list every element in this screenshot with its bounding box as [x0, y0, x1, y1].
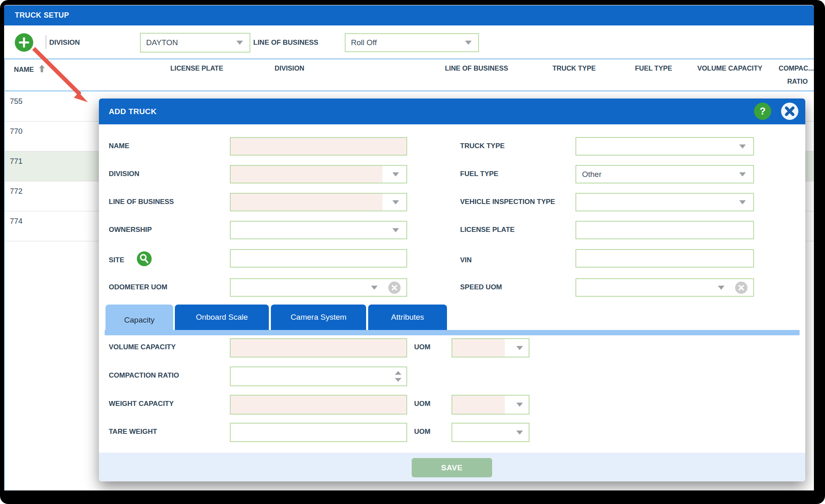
stepper-up-icon [395, 371, 401, 375]
clear-button[interactable] [735, 282, 747, 294]
weight-uom-select[interactable] [451, 395, 529, 415]
fuel-type-select[interactable]: Other [575, 165, 754, 183]
modal-title: ADD TRUCK [109, 99, 157, 124]
column-header-license-plate[interactable]: LICENSE PLATE [170, 64, 223, 72]
lob-label: LINE OF BUSINESS [109, 198, 174, 206]
chevron-down-icon [392, 200, 399, 204]
number-stepper[interactable] [395, 370, 401, 383]
add-truck-modal: ADD TRUCK ? NAME DIVISION LINE OF BUSINE… [99, 99, 805, 481]
chevron-down-icon [236, 41, 243, 45]
modal-footer: SAVE [99, 453, 805, 481]
column-header-truck-type[interactable]: TRUCK TYPE [552, 64, 596, 72]
screen-frame: TRUCK SETUP DIVISION DAYTON LINE OF BUSI… [0, 0, 825, 504]
save-button[interactable]: SAVE [412, 458, 492, 477]
odometer-uom-label: ODOMETER UOM [109, 283, 167, 291]
modal-title-bar: ADD TRUCK ? [99, 99, 805, 124]
lob-select[interactable] [230, 193, 407, 211]
ownership-label: OWNERSHIP [109, 226, 152, 234]
vehicle-inspection-type-label: VEHICLE INSPECTION TYPE [460, 198, 555, 206]
tab-capacity[interactable]: Capacity [105, 305, 173, 335]
division-filter-value: DAYTON [146, 38, 178, 47]
vehicle-inspection-type-select[interactable] [575, 193, 754, 211]
column-label: NAME [14, 66, 34, 73]
truck-type-label: TRUCK TYPE [460, 142, 505, 150]
division-filter-select[interactable]: DAYTON [140, 33, 250, 53]
vin-input[interactable] [576, 250, 753, 267]
truck-type-select[interactable] [575, 137, 754, 156]
tab-underline-bar [105, 330, 800, 335]
weight-capacity-input[interactable] [231, 396, 406, 414]
truck-name-cell: 772 [10, 187, 23, 196]
truck-name-cell: 774 [10, 217, 23, 226]
compaction-ratio-input[interactable] [231, 367, 390, 385]
license-plate-label: LICENSE PLATE [460, 226, 515, 234]
toolbar: DIVISION DAYTON LINE OF BUSINESS Roll Of… [4, 25, 814, 60]
tare-uom-label: UOM [414, 428, 431, 436]
column-header-volume-capacity[interactable]: VOLUME CAPACITY [697, 64, 762, 72]
column-header-division[interactable]: DIVISION [275, 64, 304, 72]
chevron-down-icon [516, 403, 523, 407]
division-filter-label: DIVISION [49, 25, 80, 60]
chevron-down-icon [392, 172, 399, 176]
app-window: TRUCK SETUP DIVISION DAYTON LINE OF BUSI… [4, 5, 814, 490]
license-plate-input-wrap [575, 221, 754, 239]
division-select[interactable] [230, 165, 407, 183]
help-button[interactable]: ? [754, 103, 771, 120]
volume-uom-label: UOM [414, 343, 431, 351]
fuel-type-value: Other [582, 170, 602, 179]
chevron-down-icon [516, 431, 523, 435]
site-input-wrap [230, 249, 407, 268]
name-input-wrap [230, 137, 407, 156]
volume-capacity-input[interactable] [231, 339, 406, 357]
name-input[interactable] [231, 138, 406, 155]
lob-filter-select[interactable]: Roll Off [345, 33, 479, 52]
tab-onboard-scale[interactable]: Onboard Scale [175, 305, 269, 330]
tab-attributes[interactable]: Attributes [368, 305, 447, 330]
ownership-select[interactable] [230, 221, 407, 239]
clear-button[interactable] [388, 282, 401, 294]
close-icon [781, 103, 798, 120]
tare-weight-label: TARE WEIGHT [109, 428, 157, 436]
plus-icon [23, 37, 25, 48]
vin-input-wrap [575, 249, 754, 268]
app-header: TRUCK SETUP [4, 5, 814, 25]
volume-capacity-label: VOLUME CAPACITY [109, 343, 176, 351]
add-truck-button[interactable] [15, 33, 33, 52]
tare-weight-input[interactable] [231, 424, 406, 441]
tab-camera-system[interactable]: Camera System [271, 305, 366, 330]
close-button[interactable] [781, 103, 798, 120]
column-header-fuel-type[interactable]: FUEL TYPE [635, 64, 672, 72]
site-label: SITE [109, 256, 124, 264]
chevron-down-icon [739, 144, 746, 149]
division-label: DIVISION [109, 170, 140, 178]
site-search-button[interactable] [137, 251, 152, 266]
clear-x-icon [388, 282, 401, 294]
lob-filter-label: LINE OF BUSINESS [253, 25, 319, 60]
compaction-ratio-label: COMPACTION RATIO [109, 371, 179, 380]
table-header-row: NAME LICENSE PLATE DIVISION LINE OF BUSI… [5, 60, 814, 92]
chevron-down-icon [718, 286, 724, 290]
column-header-lob[interactable]: LINE OF BUSINESS [445, 64, 508, 72]
speed-uom-select[interactable] [575, 278, 754, 297]
weight-capacity-input-wrap [230, 395, 407, 415]
lob-filter-value: Roll Off [351, 38, 377, 47]
truck-name-cell: 770 [10, 127, 23, 136]
chevron-down-icon [392, 228, 399, 232]
column-header-compaction-ratio[interactable]: COMPAC... [779, 64, 814, 72]
column-header-name[interactable]: NAME [14, 64, 46, 74]
truck-name-cell: 771 [10, 157, 23, 166]
stepper-down-icon [395, 378, 401, 382]
name-label: NAME [109, 142, 129, 150]
tare-weight-input-wrap [230, 423, 407, 442]
chevron-down-icon [516, 346, 523, 350]
odometer-uom-select[interactable] [230, 278, 407, 297]
tare-uom-select[interactable] [451, 423, 529, 442]
question-mark-icon: ? [760, 105, 766, 117]
site-input[interactable] [231, 250, 406, 267]
volume-uom-select[interactable] [451, 338, 529, 357]
chevron-down-icon [739, 172, 746, 176]
search-icon [137, 251, 152, 266]
column-header-compaction-ratio-line2: RATIO [783, 78, 808, 85]
chevron-down-icon [465, 41, 472, 45]
license-plate-input[interactable] [576, 222, 753, 238]
